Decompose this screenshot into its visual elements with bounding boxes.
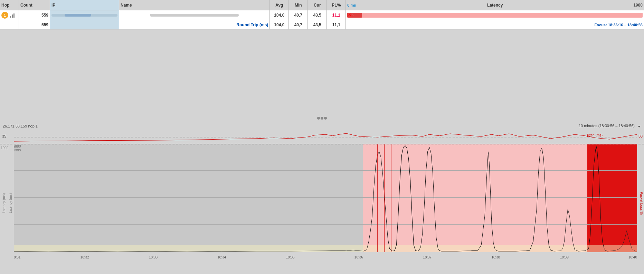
cur-cell: 43,5 bbox=[308, 10, 327, 20]
chart-title-right: 10 minutes (18:30:56 – 18:40:56) bbox=[579, 124, 641, 128]
rt-avg-cell: 104,0 bbox=[270, 20, 289, 29]
hop-badge: 1 bbox=[1, 12, 8, 19]
name-cell bbox=[119, 10, 270, 20]
rt-latency-cell: Focus: 18:36:16 – 18:40:56 bbox=[346, 20, 644, 29]
svg-point-3 bbox=[317, 117, 320, 120]
y-axis-title-label: Latency (ms) bbox=[2, 193, 6, 213]
x-label-1839: 18:39 bbox=[560, 255, 569, 259]
pl-header: PL% bbox=[327, 0, 346, 10]
pl-y-label: 30 bbox=[638, 134, 643, 138]
x-label-1836: 18:36 bbox=[354, 255, 363, 259]
x-label-1832: 18:32 bbox=[80, 255, 89, 259]
ip-header: IP bbox=[50, 0, 119, 10]
cur-header: Cur bbox=[308, 0, 327, 10]
avg-header: Avg bbox=[270, 0, 289, 10]
chart-header: 26.171.38.159 hop 1 10 minutes (18:30:56… bbox=[0, 122, 644, 130]
y-label-500: 500 ms bbox=[14, 144, 19, 152]
name-header: Name bbox=[119, 0, 270, 10]
spikes-svg bbox=[14, 144, 637, 252]
divider-dots bbox=[0, 114, 644, 122]
avg-cell: 104,0 bbox=[270, 10, 289, 20]
y-axis-title: Latency (ms) bbox=[9, 193, 12, 213]
table-row[interactable]: 1 559 104,0 40,7 43,5 bbox=[0, 10, 644, 20]
svg-marker-6 bbox=[638, 126, 641, 127]
x-label-831: 8:31 bbox=[14, 255, 20, 259]
x-label-1833: 18:33 bbox=[149, 255, 158, 259]
jitter-y-label: 35 bbox=[2, 134, 6, 138]
y-1990: 1990 bbox=[1, 146, 8, 150]
min-header: Min bbox=[289, 0, 308, 10]
bottom-chart-section: 26.171.38.159 hop 1 10 minutes (18:30:56… bbox=[0, 122, 644, 274]
svg-point-5 bbox=[324, 117, 327, 120]
count-header: Count bbox=[19, 0, 50, 10]
latency-cell: ✕ ○ bbox=[346, 10, 644, 20]
main-chart-area: 1990 Latency (ms) Packet Loss % bbox=[0, 144, 644, 262]
rt-pl-cell: 11,1 bbox=[327, 20, 346, 29]
round-trip-row: 559 Round Trip (ms) 104,0 40,7 43,5 11,1… bbox=[0, 20, 644, 30]
count-cell: 559 bbox=[19, 10, 50, 20]
svg-rect-2 bbox=[13, 13, 15, 18]
pl-vertical-label: Packet Loss % bbox=[640, 192, 643, 215]
svg-point-4 bbox=[321, 117, 323, 120]
svg-rect-1 bbox=[12, 15, 13, 18]
pl-cell: 11,1 bbox=[327, 10, 346, 20]
latency-o-marker: ○ bbox=[351, 13, 354, 17]
ip-cell bbox=[50, 10, 119, 20]
x-label-1840: 18:40 bbox=[628, 255, 637, 259]
rt-name-cell: Round Trip (ms) bbox=[119, 20, 270, 29]
x-label-1834: 18:34 bbox=[217, 255, 226, 259]
rt-ip-cell bbox=[50, 20, 119, 29]
rt-cur-cell: 43,5 bbox=[308, 20, 327, 29]
dropdown-icon[interactable] bbox=[637, 124, 641, 129]
dots-icon bbox=[315, 116, 329, 120]
rt-count-cell: 559 bbox=[19, 20, 50, 29]
x-label-1838: 18:38 bbox=[491, 255, 500, 259]
svg-rect-0 bbox=[10, 16, 11, 18]
table-header: Hop Count IP Name Avg Min Cur PL% 0 ms L… bbox=[0, 0, 644, 10]
min-cell: 40,7 bbox=[289, 10, 308, 20]
x-label-1835: 18:35 bbox=[286, 255, 295, 259]
latency-x-marker: ✕ bbox=[348, 13, 351, 17]
latency-header: 0 ms Latency 1980 bbox=[346, 0, 644, 10]
rt-hop-cell bbox=[0, 20, 19, 29]
chart-canvas: 1990 1500 ms 1000 ms 500 ms 0 bbox=[14, 144, 637, 252]
jitter-line-svg bbox=[14, 132, 637, 144]
chart-title-left: 26.171.38.159 hop 1 bbox=[3, 124, 38, 128]
x-axis: 8:31 18:32 18:33 18:34 18:35 18:36 18:37… bbox=[14, 252, 637, 262]
hop-header: Hop bbox=[0, 0, 19, 10]
hop-cell: 1 bbox=[0, 10, 19, 20]
x-label-1837: 18:37 bbox=[423, 255, 432, 259]
rt-min-cell: 40,7 bbox=[289, 20, 308, 29]
jitter-row: 35 _ jitter_(ms) 30 bbox=[0, 130, 644, 144]
top-table-section: Hop Count IP Name Avg Min Cur PL% 0 ms L… bbox=[0, 0, 644, 114]
bar-chart-icon bbox=[10, 12, 15, 18]
